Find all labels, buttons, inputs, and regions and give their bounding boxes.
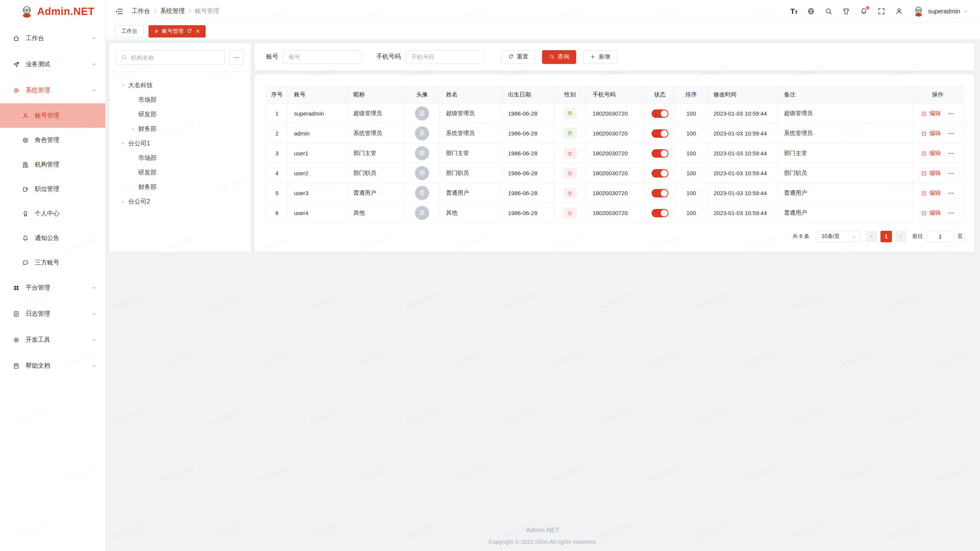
more-actions-icon[interactable] — [947, 170, 954, 177]
status-toggle[interactable] — [652, 109, 668, 118]
sidebar-subitem-user[interactable]: 账号管理 — [0, 103, 105, 128]
status-toggle[interactable] — [652, 149, 668, 158]
next-page-button[interactable] — [895, 231, 906, 242]
prev-page-button[interactable] — [866, 231, 877, 242]
tree-node[interactable]: 市场部 — [116, 93, 244, 107]
tree-node[interactable]: 研发部 — [116, 107, 244, 122]
theme-icon[interactable] — [842, 7, 850, 15]
query-button[interactable]: 查询 — [542, 50, 576, 64]
edit-button[interactable]: 编辑 — [921, 150, 941, 157]
add-button[interactable]: 新增 — [583, 50, 617, 64]
app-logo[interactable]: Admin.NET — [0, 0, 105, 23]
edit-button[interactable]: 编辑 — [921, 209, 941, 217]
cell-sort: 100 — [675, 203, 707, 223]
more-actions-icon[interactable] — [947, 130, 954, 137]
status-toggle[interactable] — [652, 189, 668, 197]
menu-icon — [22, 137, 29, 144]
tree-caret-icon[interactable] — [121, 141, 126, 146]
cell-account: user1 — [288, 143, 347, 163]
col-header-name: 姓名 — [440, 86, 502, 104]
sidebar-item-log[interactable]: 日志管理 — [0, 301, 105, 327]
tree-node[interactable]: 大名科技 — [116, 78, 244, 93]
cell-actions: 编辑 — [913, 143, 963, 163]
breadcrumb-item[interactable]: 工作台 — [132, 7, 150, 15]
search-icon[interactable] — [825, 7, 833, 15]
more-actions-icon[interactable] — [947, 210, 954, 217]
fullscreen-icon[interactable] — [877, 7, 885, 15]
footer-copyright: Copyright © 2022 Dilon All rights reserv… — [106, 538, 980, 545]
tree-node[interactable]: 财务部 — [116, 122, 244, 136]
tree-node[interactable]: 分公司1 — [116, 136, 244, 151]
cell-phone: 18020030720 — [586, 104, 645, 124]
cell-no: 1 — [266, 104, 288, 124]
sidebar-subitem-bell[interactable]: 通知公告 — [0, 226, 105, 250]
org-more-button[interactable] — [229, 50, 244, 65]
more-actions-icon[interactable] — [947, 110, 954, 117]
sidebar-subitem-roles[interactable]: 角色管理 — [0, 128, 105, 152]
status-toggle[interactable] — [652, 169, 668, 178]
cell-remark: 超级管理员 — [778, 104, 913, 124]
goto-page-input[interactable] — [927, 231, 954, 242]
edit-button[interactable]: 编辑 — [921, 110, 941, 117]
chevron-down-icon — [964, 9, 969, 14]
font-size-icon[interactable]: TT — [790, 8, 797, 15]
cell-sort: 100 — [675, 163, 707, 183]
edit-button[interactable]: 编辑 — [921, 189, 941, 197]
edit-button[interactable]: 编辑 — [921, 130, 941, 137]
cell-account: user2 — [288, 163, 347, 183]
language-icon[interactable] — [807, 7, 815, 15]
sidebar-item-book[interactable]: 帮助文档 — [0, 353, 105, 379]
sidebar-collapse-icon[interactable] — [115, 7, 123, 16]
cell-remark: 普通用户 — [778, 203, 913, 223]
org-search-input[interactable] — [116, 50, 225, 65]
chevron-down-icon — [91, 62, 97, 67]
menu-label: 三方账号 — [35, 259, 59, 267]
sidebar-item-send[interactable]: 业务测试 — [0, 51, 105, 77]
breadcrumb-item[interactable]: 系统管理 — [160, 7, 185, 15]
edit-label: 编辑 — [929, 189, 941, 197]
tree-node[interactable]: 市场部 — [116, 151, 244, 165]
cell-no: 4 — [266, 163, 288, 183]
phone-input[interactable] — [406, 50, 484, 64]
reset-button[interactable]: 重置 — [501, 50, 535, 64]
tree-node[interactable]: 财务部 — [116, 180, 244, 194]
menu-icon — [13, 87, 20, 94]
table-row: 4 user2 部门职员 部 部门职员 1986-06-28 女 1802003… — [266, 163, 963, 183]
sidebar-subitem-mug[interactable]: 职位管理 — [0, 177, 105, 201]
profile-icon[interactable] — [895, 7, 903, 15]
cell-account: admin — [288, 124, 347, 143]
more-actions-icon[interactable] — [947, 190, 954, 197]
tab-account-management[interactable]: 账号管理 — [149, 25, 206, 37]
status-toggle[interactable] — [652, 129, 668, 138]
sidebar-item-tools[interactable]: 开发工具 — [0, 327, 105, 353]
user-menu[interactable]: superadmin — [913, 5, 969, 17]
page-size-select[interactable]: 10条/页 — [816, 231, 860, 242]
more-actions-icon[interactable] — [947, 150, 954, 157]
col-header-nickname: 昵称 — [347, 86, 405, 104]
sidebar-subitem-medal[interactable]: 个人中心 — [0, 201, 105, 226]
close-icon[interactable] — [195, 29, 200, 34]
menu-label: 个人中心 — [35, 210, 59, 218]
status-toggle[interactable] — [652, 209, 668, 217]
table-row: 3 user1 部门主管 部 部门主管 1986-06-28 女 1802003… — [266, 143, 963, 163]
tree-caret-icon[interactable] — [121, 83, 126, 88]
page-number-button[interactable]: 1 — [880, 231, 892, 242]
tree-node[interactable]: 研发部 — [116, 165, 244, 180]
sidebar-item-gear[interactable]: 系统管理 — [0, 77, 105, 103]
edit-icon — [921, 190, 927, 196]
account-input[interactable] — [283, 50, 362, 64]
cell-modified-time: 2023-01-03 10:59:44 — [707, 143, 778, 163]
sidebar-item-grid[interactable]: 平台管理 — [0, 275, 105, 301]
sidebar-subitem-chat[interactable]: 三方账号 — [0, 250, 105, 275]
notifications-icon[interactable] — [860, 7, 868, 15]
cell-status — [645, 163, 675, 183]
cell-phone: 18020030720 — [586, 183, 645, 203]
tree-node[interactable]: 分公司2 — [116, 194, 244, 209]
tree-caret-icon[interactable] — [121, 199, 126, 204]
refresh-icon[interactable] — [186, 28, 192, 34]
tree-caret-icon[interactable] — [131, 127, 136, 132]
sidebar-item-home[interactable]: 工作台 — [0, 25, 105, 51]
tab-workbench[interactable]: 工作台 — [115, 25, 144, 37]
sidebar-subitem-org[interactable]: 机构管理 — [0, 152, 105, 177]
edit-button[interactable]: 编辑 — [921, 170, 941, 177]
